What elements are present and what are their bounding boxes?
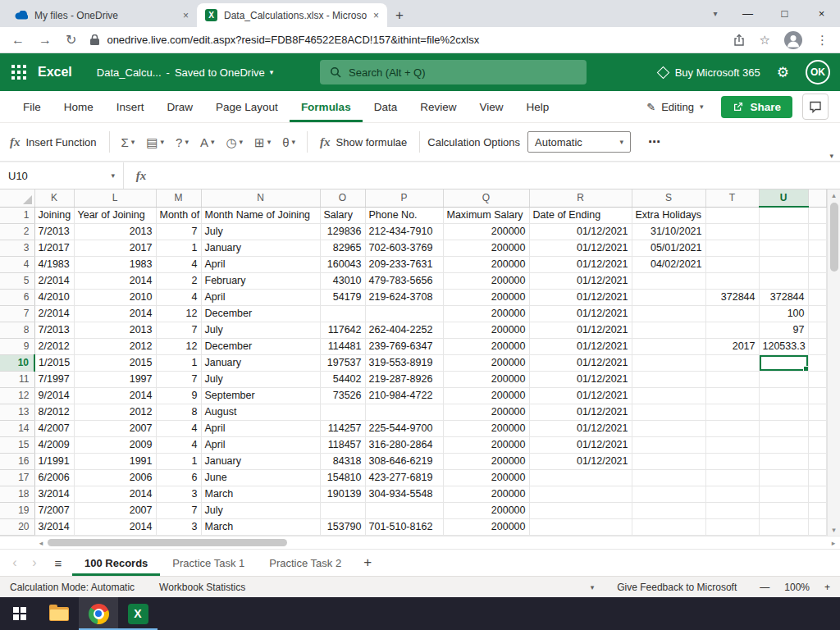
cell-L4[interactable]: 1983: [74, 256, 156, 272]
row-header-16[interactable]: 16: [0, 453, 34, 469]
cell-O11[interactable]: 54402: [320, 371, 365, 387]
calculation-options-label[interactable]: Calculation Options: [427, 136, 520, 148]
app-launcher-waffle-icon[interactable]: [0, 53, 38, 91]
cell-P3[interactable]: 702-603-3769: [365, 240, 443, 256]
cell-U9[interactable]: 120533.3: [759, 338, 808, 354]
cell-S9[interactable]: [632, 338, 705, 354]
cell-K14[interactable]: 4/2007: [34, 420, 74, 436]
cell-K7[interactable]: 2/2014: [34, 305, 74, 322]
cell-L1[interactable]: Year of Joining: [74, 207, 156, 223]
url-box[interactable]: onedrive.live.com/edit.aspx?resid=FDB8F4…: [90, 34, 718, 46]
cell-Q2[interactable]: 200000: [443, 223, 529, 240]
cell-S6[interactable]: [632, 289, 705, 305]
cell-M15[interactable]: 4: [156, 436, 201, 453]
cell-N12[interactable]: September: [201, 387, 320, 404]
cell-O8[interactable]: 117642: [320, 322, 365, 338]
cell-Q10[interactable]: 200000: [443, 354, 529, 371]
row-header-7[interactable]: 7: [0, 305, 34, 322]
select-all-corner[interactable]: [0, 189, 34, 207]
cell-L17[interactable]: 2006: [74, 469, 156, 486]
cell-P20[interactable]: 701-510-8162: [365, 518, 443, 535]
bookmark-star-icon[interactable]: ☆: [760, 33, 770, 48]
cell-O7[interactable]: [320, 305, 365, 322]
window-minimize-button[interactable]: —: [729, 0, 766, 27]
chrome-taskbar-button[interactable]: [79, 597, 118, 630]
cell-U3[interactable]: [759, 240, 808, 256]
row-header-18[interactable]: 18: [0, 486, 34, 502]
menu-tab-data[interactable]: Data: [363, 91, 409, 122]
editing-mode-button[interactable]: ✎ Editing ▾: [638, 97, 711, 117]
row-header-4[interactable]: 4: [0, 256, 34, 272]
cell-T14[interactable]: [705, 420, 759, 436]
menu-tab-page-layout[interactable]: Page Layout: [204, 91, 290, 122]
cell-R7[interactable]: 01/12/2021: [529, 305, 632, 322]
cell-P12[interactable]: 210-984-4722: [365, 387, 443, 404]
cell-S20[interactable]: [632, 518, 705, 535]
horizontal-scrollbar[interactable]: ◂ ▸: [0, 536, 840, 550]
cell-O17[interactable]: 154810: [320, 469, 365, 486]
row-header-3[interactable]: 3: [0, 240, 34, 256]
cell-Q14[interactable]: 200000: [443, 420, 529, 436]
cell-O20[interactable]: 153790: [320, 518, 365, 535]
column-header-T[interactable]: T: [705, 189, 759, 207]
cell-M13[interactable]: 8: [156, 404, 201, 420]
menu-tab-draw[interactable]: Draw: [156, 91, 205, 122]
buy-microsoft-365-button[interactable]: Buy Microsoft 365: [659, 66, 760, 79]
window-maximize-button[interactable]: □: [766, 0, 803, 27]
cell-K6[interactable]: 4/2010: [34, 289, 74, 305]
cell-S19[interactable]: [632, 502, 705, 518]
cell-T6[interactable]: 372844: [705, 289, 759, 305]
menu-tab-view[interactable]: View: [468, 91, 514, 122]
cell-N17[interactable]: June: [201, 469, 320, 486]
vertical-scrollbar[interactable]: ▴ ▾: [827, 189, 840, 536]
sheet-list-hamburger-icon[interactable]: ≡: [44, 550, 72, 576]
cell-R14[interactable]: 01/12/2021: [529, 420, 632, 436]
menu-tab-formulas[interactable]: Formulas: [290, 91, 363, 122]
zoom-in-button[interactable]: +: [824, 582, 830, 593]
cell-P18[interactable]: 304-934-5548: [365, 486, 443, 502]
status-chevron-icon[interactable]: ▾: [591, 583, 595, 591]
cell-P6[interactable]: 219-624-3708: [365, 289, 443, 305]
cell-L3[interactable]: 2017: [74, 240, 156, 256]
tab-close-icon[interactable]: ×: [183, 10, 189, 21]
cell-N9[interactable]: December: [201, 338, 320, 354]
show-formulae-button[interactable]: fx Show formulae: [315, 135, 412, 149]
cell-M14[interactable]: 4: [156, 420, 201, 436]
cell-T7[interactable]: [705, 305, 759, 322]
sheet-prev-icon[interactable]: ‹: [5, 550, 25, 576]
tab-search-chevron-icon[interactable]: ▾: [701, 0, 729, 27]
cell-L19[interactable]: 2007: [74, 502, 156, 518]
refresh-icon[interactable]: ↻: [66, 34, 76, 47]
cell-P1[interactable]: Phone No.: [365, 207, 443, 223]
excel-taskbar-button[interactable]: [118, 597, 158, 630]
cell-P7[interactable]: [365, 305, 443, 322]
cell-S11[interactable]: [632, 371, 705, 387]
cell-P8[interactable]: 262-404-2252: [365, 322, 443, 338]
cell-N19[interactable]: July: [201, 502, 320, 518]
cell-R10[interactable]: 01/12/2021: [529, 354, 632, 371]
cell-P19[interactable]: [365, 502, 443, 518]
cell-L12[interactable]: 2014: [74, 387, 156, 404]
cell-R15[interactable]: 01/12/2021: [529, 436, 632, 453]
cell-Q12[interactable]: 200000: [443, 387, 529, 404]
sheet-tab-practice-task-1[interactable]: Practice Task 1: [160, 550, 257, 576]
cell-N3[interactable]: January: [201, 240, 320, 256]
tab-close-icon[interactable]: ×: [373, 10, 379, 21]
calculation-mode-status[interactable]: Calculation Mode: Automatic: [10, 582, 135, 593]
cell-P16[interactable]: 308-646-6219: [365, 453, 443, 469]
cell-N4[interactable]: April: [201, 256, 320, 272]
cell-Q1[interactable]: Maximum Salary: [443, 207, 529, 223]
cell-L11[interactable]: 1997: [74, 371, 156, 387]
menu-tab-insert[interactable]: Insert: [105, 91, 156, 122]
cell-O3[interactable]: 82965: [320, 240, 365, 256]
cell-T4[interactable]: [705, 256, 759, 272]
cell-R8[interactable]: 01/12/2021: [529, 322, 632, 338]
cell-N10[interactable]: January: [201, 354, 320, 371]
cell-R1[interactable]: Date of Ending: [529, 207, 632, 223]
cell-N7[interactable]: December: [201, 305, 320, 322]
scroll-up-arrow-icon[interactable]: ▴: [828, 189, 840, 201]
cell-K4[interactable]: 4/1983: [34, 256, 74, 272]
cell-R3[interactable]: 01/12/2021: [529, 240, 632, 256]
cell-S5[interactable]: [632, 272, 705, 289]
cell-K3[interactable]: 1/2017: [34, 240, 74, 256]
